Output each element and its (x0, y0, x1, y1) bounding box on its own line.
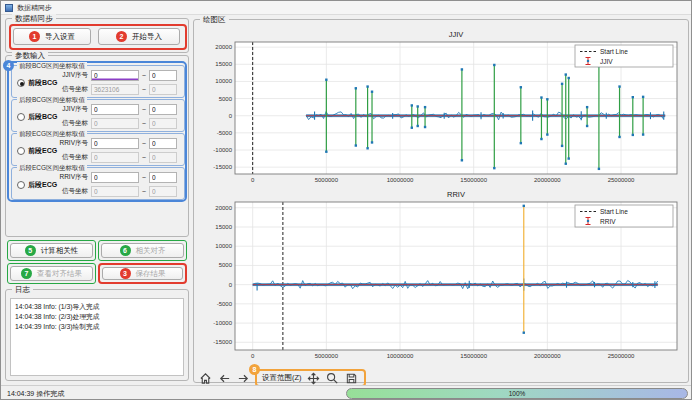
action-button-3[interactable]: 3保存结果 (102, 267, 183, 280)
radio-icon[interactable] (17, 113, 25, 121)
radio-后段ECG[interactable]: 后段ECG (17, 180, 57, 190)
radio-icon[interactable] (17, 181, 25, 189)
annotation-badge-8: 8 (249, 364, 260, 375)
forward-icon[interactable] (236, 371, 250, 385)
home-icon[interactable] (198, 371, 212, 385)
field-from-input[interactable] (91, 70, 139, 81)
svg-text:5000000: 5000000 (315, 177, 339, 183)
annotation-badge-3: 3 (120, 268, 131, 279)
svg-text:5000000: 5000000 (315, 353, 339, 359)
log-line: 14:04:39 Info: (3/3)绘制完成 (15, 322, 179, 332)
field-to-input[interactable] (149, 172, 177, 183)
field-from-input[interactable] (91, 104, 139, 115)
param-subgroups: 前段BCG区间坐标取值前段BCGJJIV序号~信号坐标~后段BCG区间坐标取值后… (11, 65, 185, 201)
svg-text:0: 0 (251, 353, 255, 359)
field-rows: JJIV序号~信号坐标~ (56, 69, 181, 97)
svg-text:-10000: -10000 (213, 320, 232, 326)
action-button-7[interactable]: 7查看对齐结果 (10, 266, 93, 281)
svg-text:15000: 15000 (215, 61, 232, 67)
svg-text:-5000: -5000 (217, 301, 233, 307)
log-group: 日志 14:04:38 Info: (1/3)导入完成14:04:38 Info… (5, 289, 189, 381)
app-icon (5, 4, 13, 12)
param-subgroup: 前段BCG区间坐标取值前段BCGJJIV序号~信号坐标~ (11, 65, 185, 98)
action-button-label: 查看对齐结果 (37, 269, 82, 279)
svg-text:25000000: 25000000 (608, 177, 635, 183)
svg-text:-15000: -15000 (213, 339, 232, 345)
pan-icon[interactable] (307, 371, 321, 385)
radio-后段BCG[interactable]: 后段BCG (17, 112, 58, 122)
field-to-input (149, 152, 177, 163)
field-label: RRIV序号 (56, 173, 88, 182)
log-line: 14:04:38 Info: (1/3)导入完成 (15, 302, 179, 312)
annotation-frame-6: 6相关对齐 (98, 240, 187, 261)
annotation-frame-7: 7查看对齐结果 (7, 263, 96, 284)
param-subgroup: 后段BCG区间坐标取值后段BCGJJIV序号~信号坐标~ (11, 99, 185, 132)
window-titlebar: 数据精同步 (1, 1, 692, 15)
radio-label: 前段ECG (28, 146, 57, 156)
field-from-input (91, 84, 139, 95)
radio-前段BCG[interactable]: 前段BCG (17, 78, 58, 88)
field-from-input (91, 118, 139, 129)
field-from-input[interactable] (91, 138, 139, 149)
range-separator: ~ (142, 72, 146, 79)
range-separator: ~ (142, 106, 146, 113)
svg-text:RRIV: RRIV (447, 190, 465, 199)
progress-bar: 100% (346, 388, 688, 399)
svg-text:0: 0 (251, 177, 255, 183)
radio-label: 后段BCG (28, 112, 58, 122)
radio-前段ECG[interactable]: 前段ECG (17, 146, 57, 156)
radio-icon[interactable] (17, 147, 25, 155)
svg-text:20000: 20000 (215, 44, 232, 50)
radio-label: 前段BCG (28, 78, 58, 88)
radio-icon[interactable] (17, 79, 25, 87)
action-button-6[interactable]: 6相关对齐 (101, 243, 184, 258)
start-import-button[interactable]: 2 开始导入 (98, 28, 180, 45)
set-range-button[interactable]: 设置范围(Z) (262, 373, 302, 383)
log-line: 14:04:38 Info: (2/3)处理完成 (15, 312, 179, 322)
field-rows: JJIV序号~信号坐标~ (56, 103, 181, 131)
field-to-input[interactable] (149, 70, 177, 81)
log-group-label: 日志 (12, 285, 33, 294)
field-from-input (91, 152, 139, 163)
field-label: 信号坐标 (56, 119, 88, 128)
app-window: 数据精同步 数据精同步 1 导入设置 2 开始导入 参数输入 4 前段BCG区间… (0, 0, 692, 400)
save-icon[interactable] (345, 371, 359, 385)
svg-text:20000000: 20000000 (534, 177, 561, 183)
back-icon[interactable] (217, 371, 231, 385)
svg-text:RRIV: RRIV (600, 218, 616, 225)
field-label: 信号坐标 (56, 153, 88, 162)
field-label: RRIV序号 (56, 139, 88, 148)
field-row: RRIV序号~ (56, 137, 181, 150)
svg-text:-5000: -5000 (217, 130, 233, 136)
progress-value: 100% (509, 390, 526, 397)
action-button-label: 保存结果 (136, 269, 166, 279)
annotation-badge-6: 6 (120, 245, 131, 256)
field-to-input[interactable] (149, 104, 177, 115)
action-buttons: 5计算相关性6相关对齐7查看对齐结果3保存结果 (7, 240, 189, 286)
field-label: JJIV序号 (56, 105, 88, 114)
field-from-input[interactable] (91, 172, 139, 183)
plot-area-group: 绘图区 20000150001000050000-5000-10000-1500… (193, 19, 689, 383)
field-rows: RRIV序号~信号坐标~ (56, 171, 181, 199)
annotation-badge-2: 2 (116, 31, 127, 42)
range-separator: ~ (142, 120, 146, 127)
zoom-icon[interactable] (326, 371, 340, 385)
import-settings-button[interactable]: 1 导入设置 (13, 28, 91, 45)
import-settings-label: 导入设置 (45, 32, 75, 42)
svg-text:0: 0 (229, 113, 233, 119)
svg-text:10000000: 10000000 (387, 353, 414, 359)
field-rows: RRIV序号~信号坐标~ (56, 137, 181, 165)
annotation-badge-7: 7 (21, 268, 32, 279)
svg-text:25000000: 25000000 (608, 353, 635, 359)
svg-text:-10000: -10000 (213, 147, 232, 153)
field-from-input (91, 186, 139, 197)
field-to-input[interactable] (149, 138, 177, 149)
range-separator: ~ (142, 154, 146, 161)
range-separator: ~ (142, 86, 146, 93)
svg-text:20000000: 20000000 (534, 353, 561, 359)
sync-group: 数据精同步 1 导入设置 2 开始导入 (5, 18, 189, 53)
rriv-chart: 20000150001000050000-5000-10000-15000050… (199, 188, 683, 366)
action-button-5[interactable]: 5计算相关性 (10, 243, 93, 258)
log-output[interactable]: 14:04:38 Info: (1/3)导入完成14:04:38 Info: (… (10, 298, 184, 376)
svg-text:15000000: 15000000 (460, 177, 487, 183)
